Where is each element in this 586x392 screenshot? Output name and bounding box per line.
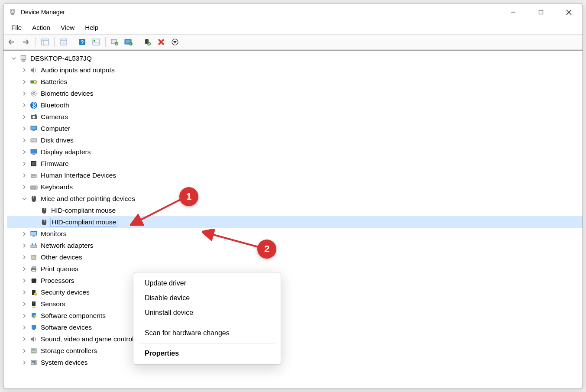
tree-category-storage[interactable]: Storage controllers (7, 345, 583, 356)
svg-rect-47 (31, 149, 37, 153)
ctx-update-driver[interactable]: Update driver (133, 276, 281, 291)
tree-category-swcomp[interactable]: Software components (7, 310, 583, 321)
mouse-icon (29, 194, 38, 203)
tree-category-sensor[interactable]: Sensors (7, 298, 583, 310)
toolbar-enable-device-button[interactable] (141, 36, 154, 48)
ctx-uninstall-device[interactable]: Uninstall device (133, 305, 281, 320)
tree-category-display[interactable]: Display adapters (7, 146, 583, 158)
chevron-icon[interactable] (21, 289, 28, 296)
svg-point-40 (32, 116, 35, 118)
mouse-icon (40, 206, 49, 215)
chevron-icon[interactable] (21, 172, 28, 179)
tree-category-keyboard[interactable]: Keyboards (7, 181, 583, 193)
chevron-icon[interactable] (21, 137, 28, 144)
tree-category-computer[interactable]: Computer (7, 123, 583, 134)
bluetooth-icon (29, 101, 38, 110)
tree-category-monitor[interactable]: Monitors (7, 228, 583, 240)
tree-category-speaker[interactable]: Audio inputs and outputs (7, 64, 583, 76)
maximize-button[interactable] (527, 3, 555, 21)
tree-category-camera[interactable]: Cameras (7, 111, 583, 123)
chevron-icon[interactable] (21, 125, 28, 132)
chevron-icon[interactable] (21, 254, 28, 261)
chevron-icon[interactable] (21, 324, 28, 331)
tree-root-node[interactable]: DESKTOP-4L537JQ (7, 52, 583, 64)
svg-rect-48 (32, 154, 35, 155)
chevron-down-icon[interactable] (10, 55, 17, 62)
tree-category-security[interactable]: Security devices (7, 286, 583, 298)
chevron-icon[interactable] (21, 78, 28, 85)
printer-icon (29, 265, 38, 273)
menu-action[interactable]: Action (27, 21, 55, 35)
chevron-icon[interactable] (21, 67, 28, 74)
tree-category-label: Network adapters (41, 242, 93, 249)
chevron-icon[interactable] (21, 184, 28, 191)
toolbar-scan-button[interactable] (108, 36, 121, 48)
tree-category-biometric[interactable]: Biometric devices (7, 87, 583, 99)
tree-category-mouse[interactable]: Mice and other pointing devices (7, 193, 583, 204)
annotation-badge-1: 1 (179, 187, 198, 206)
chevron-icon[interactable] (21, 149, 28, 156)
display-icon (29, 148, 38, 156)
tree-category-printer[interactable]: Print queues (7, 263, 583, 275)
tree-category-hid[interactable]: Human Interface Devices (7, 169, 583, 181)
computer-node-icon (19, 54, 28, 63)
menu-help[interactable]: Help (80, 21, 104, 35)
tree-area: DESKTOP-4L537JQ Audio inputs and outputs… (3, 50, 583, 389)
svg-line-93 (135, 199, 181, 223)
chevron-icon[interactable] (21, 242, 28, 249)
tree-category-network[interactable]: Network adapters (7, 240, 583, 251)
ctx-properties[interactable]: Properties (133, 346, 281, 361)
other-icon: ? (29, 253, 38, 262)
svg-rect-80 (35, 292, 36, 293)
chevron-icon[interactable] (21, 102, 28, 109)
toolbar-help-button[interactable]: ? (76, 36, 89, 48)
chevron-icon[interactable] (21, 336, 28, 343)
tree-category-cpu[interactable]: Processors (7, 275, 583, 286)
toolbar-properties-button[interactable] (57, 36, 70, 48)
chevron-icon[interactable] (21, 195, 28, 202)
tree-category-swdev[interactable]: Software devices (7, 321, 583, 333)
toolbar-showpane-button[interactable] (39, 36, 52, 48)
menu-file[interactable]: File (6, 21, 27, 35)
tree-device-item[interactable]: HID-compliant mouse (7, 216, 583, 228)
svg-text:?: ? (81, 39, 84, 45)
tree-device-item[interactable]: HID-compliant mouse (7, 204, 583, 216)
tree-category-other[interactable]: ?Other devices (7, 251, 583, 263)
menu-view[interactable]: View (55, 21, 80, 35)
chevron-icon[interactable] (21, 277, 28, 284)
tree-category-battery[interactable]: Batteries (7, 76, 583, 87)
chevron-icon[interactable] (21, 90, 28, 97)
tree-category-label: Batteries (41, 78, 67, 86)
chevron-icon[interactable] (21, 347, 28, 354)
svg-rect-51 (31, 174, 36, 178)
svg-point-46 (32, 141, 32, 142)
minimize-button[interactable] (499, 3, 527, 21)
ctx-scan-hardware[interactable]: Scan for hardware changes (133, 326, 281, 340)
chevron-icon[interactable] (21, 359, 28, 366)
toolbar-back-button[interactable] (6, 36, 19, 48)
toolbar-update-driver-button[interactable]: ↑ (122, 36, 135, 48)
chevron-icon[interactable] (21, 230, 28, 237)
tree-category-label: Cameras (41, 113, 68, 121)
tree-category-disk[interactable]: Disk drives (7, 134, 583, 146)
toolbar-actions-button[interactable] (90, 36, 103, 48)
tree-category-label: Storage controllers (41, 347, 97, 355)
chevron-icon[interactable] (21, 160, 28, 167)
chevron-icon[interactable] (21, 301, 28, 308)
tree-category-firmware[interactable]: Firmware (7, 158, 583, 169)
close-button[interactable] (555, 3, 583, 21)
toolbar-forward-button[interactable] (20, 36, 33, 48)
tree-category-bluetooth[interactable]: Bluetooth (7, 99, 583, 111)
tree-category-sound[interactable]: Sound, video and game controllers (7, 333, 583, 345)
chevron-icon[interactable] (21, 266, 28, 272)
toolbar-disable-device-button[interactable] (168, 36, 181, 48)
device-tree[interactable]: DESKTOP-4L537JQ Audio inputs and outputs… (3, 51, 583, 389)
chevron-icon[interactable] (21, 113, 28, 120)
svg-rect-61 (31, 232, 36, 235)
chevron-icon[interactable] (21, 312, 28, 319)
toolbar-uninstall-device-button[interactable] (155, 36, 168, 48)
menubar: File Action View Help (3, 21, 583, 35)
tree-category-system[interactable]: System devices (7, 356, 583, 368)
ctx-disable-device[interactable]: Disable device (133, 291, 281, 305)
svg-rect-64 (32, 243, 33, 245)
